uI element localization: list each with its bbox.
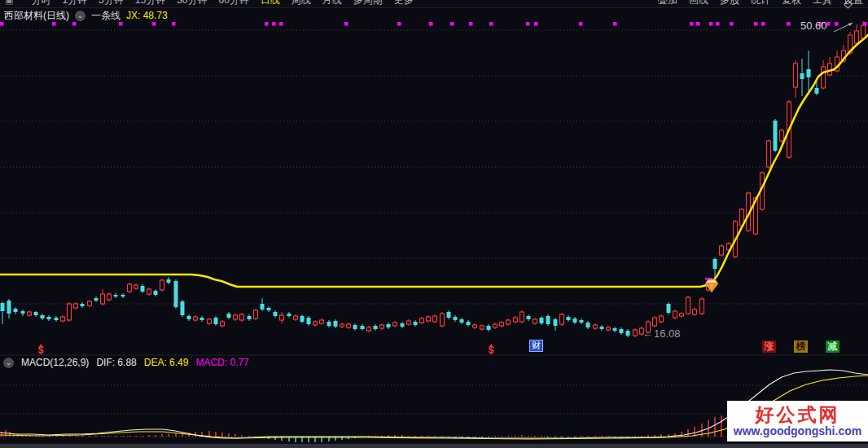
jx-line-layer <box>0 35 868 287</box>
candlestick-chart <box>0 0 868 448</box>
top-right-diamond-icon: ◇ <box>844 0 853 10</box>
chevron-down-circle-icon[interactable]: ⌄ <box>3 358 14 368</box>
side-badges: 涨榜减 <box>762 340 840 353</box>
watermark-title: 好公式网 <box>756 405 840 424</box>
watermark-url: www.goodgongshi.com <box>734 424 861 438</box>
badge-榜[interactable]: 榜 <box>794 340 808 353</box>
high-price-label: 50.60 <box>800 20 827 32</box>
macd-panel-header: ⌄ MACD(12,26,9) DIF: 6.88 DEA: 6.49 MACD… <box>3 357 249 368</box>
candles-layer <box>1 21 866 337</box>
badge-涨[interactable]: 涨 <box>762 340 776 353</box>
bottom-scrollbar[interactable] <box>0 442 868 448</box>
low-price-annotation: ← 16.08 <box>642 327 681 340</box>
diamond-gem-icon <box>705 279 718 292</box>
badge-减[interactable]: 减 <box>826 340 840 353</box>
watermark: 好公式网 www.goodgongshi.com <box>727 401 868 441</box>
macd-dif-label: DIF: 6.88 <box>96 357 136 368</box>
trading-app-window: ▣ 分时1分钟5分钟15分钟30分钟60分钟日线周线月线多周期更多 叠加画线多股… <box>0 0 868 448</box>
low-price-label: 16.08 <box>654 327 681 340</box>
macd-dea-label: DEA: 6.49 <box>144 357 189 368</box>
left-arrow-icon: ← <box>642 327 653 340</box>
jx-indicator-line <box>0 35 868 287</box>
macd-value-label: MACD: 0.77 <box>195 357 248 368</box>
macd-name-label: MACD(12,26,9) <box>21 357 89 368</box>
dollar-signal-icon: ▲$ <box>485 343 497 354</box>
cai-news-badge[interactable]: 财 <box>529 340 543 352</box>
dollar-signal-icon: ▲$ <box>35 343 46 354</box>
